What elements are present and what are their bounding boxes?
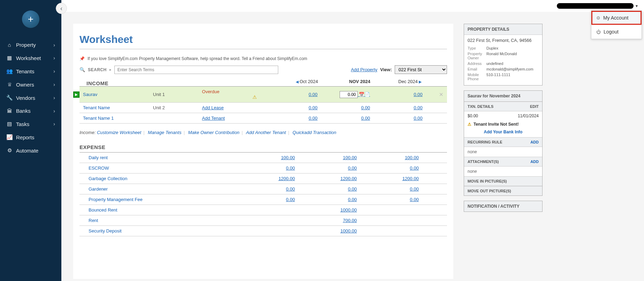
amount-link[interactable]: 1000.00 bbox=[340, 207, 357, 213]
sidebar-item-property[interactable]: ⌂Property› bbox=[0, 38, 61, 51]
amount-link[interactable]: 0.00 bbox=[309, 116, 317, 121]
play-icon[interactable]: ▶ bbox=[73, 91, 79, 98]
amount-link[interactable]: 1000.00 bbox=[340, 228, 357, 234]
sidebar-item-automate[interactable]: ⚙Automate bbox=[0, 144, 61, 157]
amount-link[interactable]: 1200.00 bbox=[340, 176, 357, 181]
recurring-add-link[interactable]: ADD bbox=[530, 140, 539, 144]
amount-input[interactable] bbox=[340, 91, 358, 98]
collapse-sidebar-button[interactable]: ‹ bbox=[56, 3, 67, 14]
note-icon[interactable]: 📄 bbox=[364, 92, 370, 97]
status-link[interactable]: Add Lease bbox=[202, 105, 223, 110]
content-area: Worksheet 📌 If you love SimplifyEm.com P… bbox=[73, 24, 453, 279]
amount-link[interactable]: 100.00 bbox=[281, 155, 295, 160]
sidebar-item-tenants[interactable]: 👥Tenants› bbox=[0, 65, 61, 78]
income-action-link[interactable]: Make Owner Contribution bbox=[188, 130, 239, 135]
chevron-right-icon: › bbox=[53, 82, 55, 87]
amount-link[interactable]: 0.00 bbox=[286, 165, 295, 171]
income-action-link[interactable]: Customize Worksheet bbox=[97, 130, 141, 135]
month-next: Dec 2024 bbox=[398, 79, 418, 84]
month-current: NOV 2024 bbox=[318, 79, 370, 84]
add-bank-link[interactable]: Add Your Bank Info bbox=[484, 130, 523, 134]
search-input[interactable] bbox=[114, 66, 278, 74]
sidebar-item-owners[interactable]: ♕Owners› bbox=[0, 78, 61, 91]
amount-link[interactable]: 0.00 bbox=[410, 197, 419, 202]
property-details-card: PROPERTY DETAILS 022 First St, Fremont, … bbox=[464, 24, 543, 86]
txn-details-title: TXN. DETAILS bbox=[468, 104, 493, 109]
amount-link[interactable]: 100.00 bbox=[405, 155, 419, 160]
user-menu-caret[interactable]: ▾ bbox=[636, 3, 638, 8]
expense-name[interactable]: Property Management Fee bbox=[89, 197, 143, 202]
expense-name[interactable]: Garbage Collection bbox=[89, 176, 127, 181]
expense-name[interactable]: Daily rent bbox=[89, 155, 108, 160]
tenant-name[interactable]: Saurav bbox=[83, 91, 97, 97]
attachments-title: ATTACHMENT(S) bbox=[468, 160, 499, 164]
amount-link[interactable]: 0.00 bbox=[410, 165, 419, 171]
expense-row: Rent 700.00 bbox=[79, 215, 447, 226]
wrench-icon: 🔧 bbox=[6, 95, 13, 101]
sidebar-item-label: Worksheet bbox=[16, 55, 41, 61]
amount-link[interactable]: 0.00 bbox=[348, 197, 357, 202]
amount-link[interactable]: 0.00 bbox=[286, 197, 295, 202]
expense-name[interactable]: Bounced Rent bbox=[89, 207, 117, 213]
search-label: SEARCH bbox=[88, 67, 107, 72]
amount-link[interactable]: 1200.00 bbox=[402, 176, 419, 181]
next-month-arrow[interactable]: ▶ bbox=[418, 80, 423, 84]
search-row: 🔍 SEARCH ▸ Add Property View: 022 First … bbox=[79, 65, 447, 74]
amount-link[interactable]: 1200.00 bbox=[279, 176, 295, 181]
income-row: Tenant Name Unit 2 Add Lease 0.00 0.00 0… bbox=[79, 103, 447, 113]
income-action-link[interactable]: Add Another Tenant bbox=[246, 130, 286, 135]
chevron-right-icon: › bbox=[53, 55, 55, 61]
logout-menu-item[interactable]: ⏻ Logout bbox=[591, 25, 642, 39]
home-icon: ⌂ bbox=[6, 42, 13, 48]
grid-icon: ▦ bbox=[6, 55, 13, 61]
sidebar-item-tasks[interactable]: ▤Tasks› bbox=[0, 117, 61, 131]
expense-name[interactable]: ESCROW bbox=[89, 165, 109, 171]
expense-row: ESCROW 0.00 0.00 0.00 bbox=[79, 163, 447, 173]
sidebar-item-reports[interactable]: 📈Reports bbox=[0, 131, 61, 144]
amount-link[interactable]: 0.00 bbox=[414, 105, 422, 110]
txn-edit-link[interactable]: EDIT bbox=[530, 104, 539, 109]
calendar-icon[interactable]: 📅 bbox=[359, 92, 364, 97]
amount-link[interactable]: 0.00 bbox=[414, 92, 422, 97]
my-account-label: My Account bbox=[603, 15, 628, 21]
sidebar: + ⌂Property›▦Worksheet›👥Tenants›♕Owners›… bbox=[0, 0, 61, 281]
amount-link[interactable]: 0.00 bbox=[286, 186, 295, 192]
amount-link[interactable]: 0.00 bbox=[309, 105, 317, 110]
chevron-right-icon: ▸ bbox=[109, 67, 112, 72]
moveout-title: MOVE OUT PICTURE(S) bbox=[468, 189, 511, 193]
amount-link[interactable]: 0.00 bbox=[309, 92, 317, 97]
movein-title: MOVE IN PICTURE(S) bbox=[468, 179, 507, 183]
prev-month-arrow[interactable]: ◀ bbox=[295, 80, 300, 84]
tenant-name[interactable]: Tenant Name bbox=[83, 105, 110, 110]
card-icon: ▤ bbox=[6, 121, 13, 127]
amount-link[interactable]: 0.00 bbox=[410, 186, 419, 192]
view-select[interactable]: 022 First St bbox=[395, 65, 447, 74]
amount-link[interactable]: 700.00 bbox=[343, 218, 357, 223]
gear-icon: ⚙ bbox=[596, 15, 600, 21]
sidebar-item-label: Property bbox=[16, 42, 36, 48]
add-button[interactable]: + bbox=[22, 10, 39, 28]
expense-row: Security Deposit 1000.00 bbox=[79, 226, 447, 236]
amount-link[interactable]: 0.00 bbox=[361, 105, 370, 110]
amount-link[interactable]: 100.00 bbox=[343, 155, 357, 160]
amount-link[interactable]: 0.00 bbox=[361, 116, 370, 121]
attachments-add-link[interactable]: ADD bbox=[530, 160, 539, 164]
sidebar-item-vendors[interactable]: 🔧Vendors› bbox=[0, 91, 61, 104]
expense-name[interactable]: Security Deposit bbox=[89, 228, 122, 234]
amount-link[interactable]: 0.00 bbox=[348, 165, 357, 171]
status-link[interactable]: Add Tenant bbox=[202, 116, 225, 121]
sidebar-item-banks[interactable]: 🏛Banks› bbox=[0, 104, 61, 117]
expense-name[interactable]: Rent bbox=[89, 218, 98, 223]
close-icon[interactable]: ✕ bbox=[437, 91, 444, 97]
tenant-name[interactable]: Tenant Name 1 bbox=[83, 116, 114, 121]
phone-label: Mobile Phone bbox=[468, 73, 486, 81]
expense-name[interactable]: Gardener bbox=[89, 186, 108, 192]
amount-link[interactable]: 0.00 bbox=[414, 116, 422, 121]
amount-link[interactable]: 0.00 bbox=[348, 186, 357, 192]
income-action-link[interactable]: Quickadd Transaction bbox=[293, 130, 336, 135]
income-action-link[interactable]: Manage Tenants bbox=[148, 130, 181, 135]
add-property-link[interactable]: Add Property bbox=[351, 67, 377, 72]
owner-value: Ronald McDonald bbox=[486, 52, 539, 60]
sidebar-item-worksheet[interactable]: ▦Worksheet› bbox=[0, 51, 61, 65]
my-account-menu-item[interactable]: ⚙ My Account bbox=[591, 11, 642, 25]
